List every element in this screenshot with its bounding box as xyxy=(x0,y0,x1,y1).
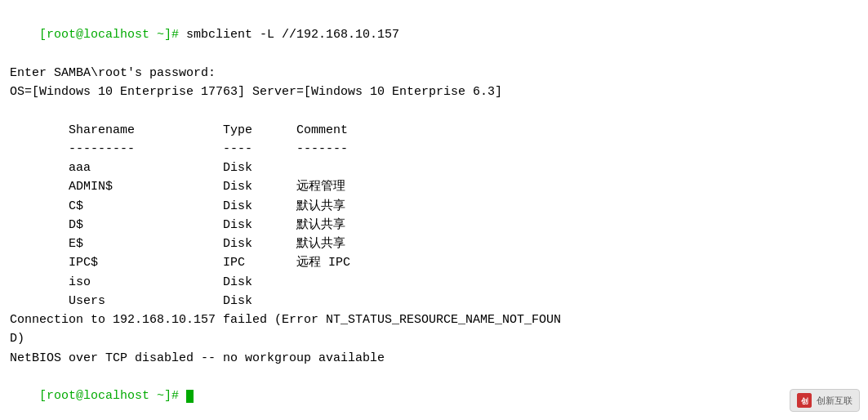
watermark-logo: 创 xyxy=(797,393,812,408)
table-row-d: D$ Disk 默认共享 xyxy=(10,216,858,235)
netbios-line: NetBIOS over TCP disabled -- no workgrou… xyxy=(10,349,858,368)
error-line-1: Connection to 192.168.10.157 failed (Err… xyxy=(10,311,858,329)
terminal-line-3: OS=[Windows 10 Enterprise 17763] Server=… xyxy=(10,83,858,101)
table-row-iso: iso Disk xyxy=(10,273,858,292)
table-row-users: Users Disk xyxy=(10,292,858,311)
watermark: 创 创新互联 xyxy=(790,389,860,412)
final-prompt-line: [root@localhost ~]# xyxy=(10,368,858,420)
final-prompt: [root@localhost ~]# xyxy=(39,389,186,403)
watermark-text: 创新互联 xyxy=(817,395,852,407)
terminal-line-1: [root@localhost ~]# smbclient -L //192.1… xyxy=(10,7,858,64)
table-row-aaa: aaa Disk xyxy=(10,159,858,177)
command-1: smbclient -L //192.168.10.157 xyxy=(186,28,399,42)
terminal-line-blank xyxy=(10,101,858,120)
table-row-ipc: IPC$ IPC 远程 IPC xyxy=(10,253,858,272)
terminal-cursor xyxy=(186,390,194,403)
watermark-icon: 创 xyxy=(797,393,812,408)
terminal-line-2: Enter SAMBA\root's password: xyxy=(10,64,858,83)
table-row-e: E$ Disk 默认共享 xyxy=(10,235,858,253)
table-separator: --------- ---- ------- xyxy=(10,140,858,159)
table-row-c: C$ Disk 默认共享 xyxy=(10,197,858,216)
terminal-window: [root@localhost ~]# smbclient -L //192.1… xyxy=(0,0,868,420)
svg-text:创: 创 xyxy=(800,397,808,405)
error-line-2: D) xyxy=(10,329,858,348)
prompt-1: [root@localhost ~]# xyxy=(39,28,186,42)
table-row-admin: ADMIN$ Disk 远程管理 xyxy=(10,177,858,196)
table-header: Sharename Type Comment xyxy=(10,121,858,140)
